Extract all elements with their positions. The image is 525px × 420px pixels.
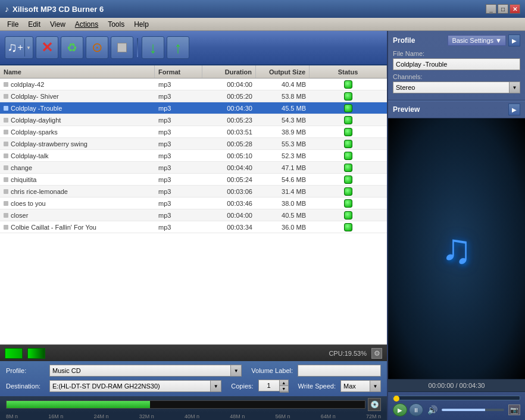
row-name: closer xyxy=(11,212,28,219)
profile-section-title: Profile xyxy=(393,36,415,45)
file-name-input[interactable] xyxy=(393,58,520,70)
window-controls: _ □ ✕ xyxy=(486,4,520,14)
main-container: ♫ + ▼ ✕ ♻ ⊙ ↓ ↑ xyxy=(0,31,525,420)
time-total: 00:04:30 xyxy=(460,382,485,389)
menu-file[interactable]: File xyxy=(2,19,23,30)
add-files-button[interactable]: ♫ + ▼ xyxy=(5,36,33,59)
volume-slider[interactable] xyxy=(442,409,504,411)
settings-dropdown-arrow: ▼ xyxy=(495,37,502,44)
menu-edit[interactable]: Edit xyxy=(23,19,45,30)
table-row[interactable]: Coldplay-strawberry swing mp3 00:05:28 5… xyxy=(0,138,387,150)
play-button[interactable]: ▶ xyxy=(393,403,407,416)
tick-24: 24M n xyxy=(93,413,108,419)
pause-button[interactable]: ⏸ xyxy=(409,403,423,416)
table-row[interactable]: chris rice-lemonade mp3 00:03:06 31.4 MB xyxy=(0,186,387,198)
row-status xyxy=(310,211,387,220)
channels-label: Channels: xyxy=(393,73,520,80)
copies-input[interactable] xyxy=(258,380,280,391)
row-format: mp3 xyxy=(155,128,202,136)
delete-button[interactable]: ✕ xyxy=(36,36,58,59)
table-row[interactable]: coldplay-42 mp3 00:04:00 40.4 MB xyxy=(0,79,387,90)
row-duration: 00:04:30 xyxy=(202,105,256,112)
menu-tools[interactable]: Tools xyxy=(103,19,129,30)
progress-bar[interactable] xyxy=(393,396,520,400)
move-up-button[interactable]: ↑ xyxy=(167,36,189,59)
destination-input[interactable] xyxy=(49,380,211,392)
profile-expand-button[interactable]: ▶ xyxy=(508,35,520,46)
table-row[interactable]: Coldplay- Shiver mp3 00:05:20 53.8 MB xyxy=(0,90,387,102)
tick-16: 16M n xyxy=(48,413,63,419)
tick-8: 8M n xyxy=(6,413,18,419)
row-size: 52.3 MB xyxy=(256,152,310,159)
preview-time: 00:00:00 / 00:04:30 xyxy=(388,379,525,391)
profile-dropdown-arrow[interactable]: ▼ xyxy=(231,365,242,377)
row-format: mp3 xyxy=(155,105,202,112)
table-row[interactable]: Colbie Caillat - Fallin' For You mp3 00:… xyxy=(0,221,387,233)
minimize-button[interactable]: _ xyxy=(486,4,496,14)
close-button[interactable]: ✕ xyxy=(510,4,520,14)
row-status xyxy=(310,152,387,160)
copies-down[interactable]: ▼ xyxy=(280,386,288,392)
file-list-header: Name Format Duration Output Size Status xyxy=(0,65,387,79)
settings-icon-btn[interactable]: ⚙ xyxy=(371,348,382,359)
table-row[interactable]: chiquitita mp3 00:05:24 54.6 MB xyxy=(0,174,387,186)
channels-dropdown-arrow[interactable]: ▼ xyxy=(510,82,520,93)
row-status xyxy=(310,80,387,89)
status-bar: CPU:19.53% ⚙ xyxy=(0,344,387,361)
screenshot-button[interactable]: 📷 xyxy=(508,405,520,415)
basic-settings-button[interactable]: Basic Settings ▼ xyxy=(448,35,506,46)
cpu-usage: CPU:19.53% xyxy=(329,350,367,357)
row-duration: 00:03:34 xyxy=(202,224,256,231)
table-row[interactable]: closer mp3 00:04:00 40.5 MB xyxy=(0,209,387,221)
title-bar: ♪ Xilisoft MP3 CD Burner 6 _ □ ✕ xyxy=(0,0,525,18)
row-format: mp3 xyxy=(155,224,202,231)
copies-up[interactable]: ▲ xyxy=(280,380,288,386)
preview-title: Preview xyxy=(393,105,420,114)
menu-actions[interactable]: Actions xyxy=(70,19,103,30)
app-icon: ♪ xyxy=(5,4,9,14)
row-format: mp3 xyxy=(155,176,202,183)
destination-dropdown-arrow[interactable]: ▼ xyxy=(211,380,221,392)
column-header-status: Status xyxy=(310,65,387,78)
row-status xyxy=(310,199,387,208)
row-duration: 00:03:06 xyxy=(202,188,256,195)
volume-input[interactable] xyxy=(298,365,381,377)
profile-input[interactable] xyxy=(49,365,231,377)
table-row[interactable]: Coldplay-daylight mp3 00:05:23 54.3 MB xyxy=(0,114,387,126)
column-header-size: Output Size xyxy=(256,65,310,78)
row-size: 45.5 MB xyxy=(256,105,310,112)
menu-help[interactable]: Help xyxy=(129,19,154,30)
preview-expand-button[interactable]: ▶ xyxy=(508,104,520,115)
table-row[interactable]: change mp3 00:04:40 47.1 MB xyxy=(0,162,387,174)
stop-button[interactable] xyxy=(111,36,133,59)
status-indicator xyxy=(344,92,352,101)
table-row[interactable]: Coldplay -Trouble mp3 00:04:30 45.5 MB xyxy=(0,102,387,114)
row-duration: 00:05:24 xyxy=(202,176,256,183)
profile-label: Profile: xyxy=(6,367,45,374)
move-down-button[interactable]: ↓ xyxy=(142,36,164,59)
table-row[interactable]: Coldplay-talk mp3 00:05:10 52.3 MB xyxy=(0,150,387,162)
table-row[interactable]: Coldplay-sparks mp3 00:03:51 38.9 MB xyxy=(0,126,387,138)
write-speed-arrow[interactable]: ▼ xyxy=(370,380,381,392)
channels-select[interactable]: Stereo Mono xyxy=(393,82,510,93)
column-header-name: Name xyxy=(0,65,155,78)
burn-button[interactable]: ⊙ xyxy=(86,36,108,59)
maximize-button[interactable]: □ xyxy=(498,4,508,14)
row-name: chiquitita xyxy=(11,176,36,183)
write-speed-input[interactable] xyxy=(340,380,370,392)
table-row[interactable]: cloes to you mp3 00:03:46 38.0 MB xyxy=(0,198,387,209)
row-name: chris rice-lemonade xyxy=(11,188,68,195)
tick-40: 40M n xyxy=(185,413,199,419)
file-name-field: File Name: xyxy=(393,50,520,70)
row-name: Coldplay- Shiver xyxy=(11,93,59,100)
menu-view[interactable]: View xyxy=(45,19,70,30)
row-status xyxy=(310,140,387,148)
row-duration: 00:04:00 xyxy=(202,212,256,219)
status-indicator xyxy=(344,187,352,196)
destination-row: Destination: ▼ Copies: ▲ ▼ Write Speed: xyxy=(6,380,381,393)
row-status xyxy=(310,128,387,136)
preview-music-icon: ♫ xyxy=(441,225,473,272)
preview-header: Preview ▶ xyxy=(388,101,525,118)
clear-button[interactable]: ♻ xyxy=(61,36,83,59)
burn-disc-icon[interactable]: 💿 xyxy=(368,398,381,411)
